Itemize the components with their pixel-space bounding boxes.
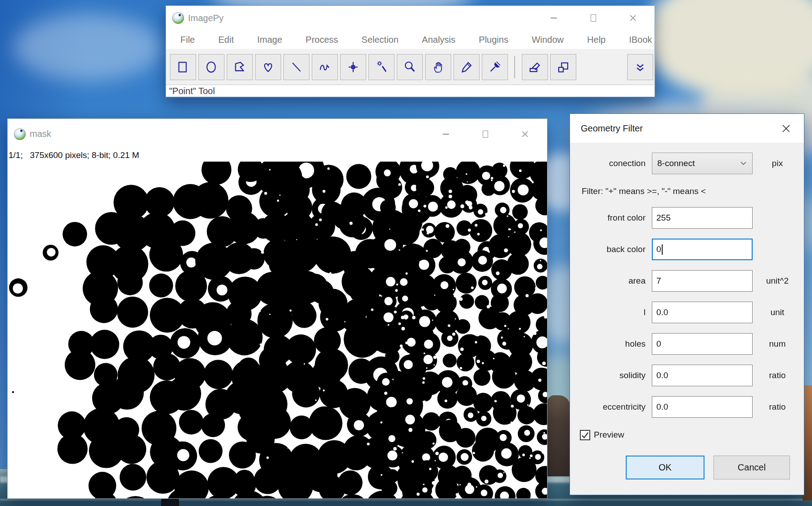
- menu-window[interactable]: Window: [520, 35, 575, 45]
- input-value: 0: [656, 244, 661, 254]
- l-input[interactable]: 0.0: [652, 302, 753, 323]
- l-label: l: [574, 307, 652, 317]
- holes-input[interactable]: 0: [652, 333, 753, 355]
- conection-row: conection8-connectpix: [574, 153, 799, 174]
- preview-row: Preview: [580, 429, 804, 441]
- solidity-input[interactable]: 0.0: [652, 365, 753, 386]
- desktop: ImagePy FileEditImageProcessSelectionAna…: [0, 0, 812, 506]
- close-button[interactable]: [623, 10, 643, 26]
- curve-tool-button[interactable]: [312, 54, 338, 80]
- maximize-icon: [483, 131, 488, 138]
- maximize-button[interactable]: [583, 10, 603, 26]
- dialog-title: Geometry Filter: [581, 123, 643, 134]
- hand-icon: [431, 60, 445, 74]
- magnifier-icon: [403, 60, 417, 74]
- maximize-button[interactable]: [476, 126, 495, 142]
- menu-image[interactable]: Image: [246, 35, 294, 45]
- close-icon: [782, 124, 790, 133]
- cliff-rock: [547, 395, 570, 476]
- polygon-select-icon: [233, 60, 247, 74]
- input-value: 0.0: [656, 370, 668, 380]
- unit-label: unit: [756, 307, 799, 317]
- mask-titlebar[interactable]: mask: [8, 119, 547, 149]
- ellipse-select-tool-button[interactable]: [198, 54, 224, 80]
- menu-bar: FileEditImageProcessSelectionAnalysisPlu…: [166, 30, 655, 50]
- close-icon: [521, 131, 529, 138]
- dialog-titlebar[interactable]: Geometry Filter: [570, 114, 804, 143]
- imagepy-window-title: ImagePy: [188, 13, 224, 23]
- status-text: "Point" Tool: [169, 86, 215, 96]
- minimize-button[interactable]: [544, 10, 564, 26]
- dialog-close-button[interactable]: [777, 114, 795, 143]
- pencil-tool-button[interactable]: [453, 54, 480, 80]
- sea-foam: [0, 499, 812, 501]
- input-value: 0.0: [656, 307, 668, 317]
- curve-icon: [318, 60, 332, 74]
- cloud: [13, 14, 162, 81]
- polygon-select-tool-button[interactable]: [227, 54, 253, 80]
- magnifier-tool-button[interactable]: [397, 54, 423, 80]
- flatten-tool-button[interactable]: [522, 54, 548, 80]
- chevron-down-icon: [740, 162, 746, 165]
- mask-content: 1/1; 375x600 pixels; 8-bit; 0.21 M: [8, 149, 547, 498]
- ellipse-select-icon: [205, 60, 218, 74]
- solidity-row: solidity0.0ratio: [574, 365, 799, 386]
- window-overlap-tool-button[interactable]: [550, 54, 576, 80]
- menu-analysis[interactable]: Analysis: [410, 35, 467, 45]
- eccentricity-label: eccentricity: [574, 402, 652, 412]
- line-tool-button[interactable]: [283, 54, 310, 80]
- front-color-input[interactable]: 255: [652, 207, 753, 229]
- unit-label: unit^2: [756, 276, 799, 286]
- point-tool-button[interactable]: [340, 54, 366, 80]
- imagepy-window-controls: [544, 6, 643, 30]
- mask-window: mask 1/1; 375x600 pixels; 8-bit; 0.21 M: [7, 118, 547, 499]
- point-icon: [346, 60, 360, 74]
- menu-plugins[interactable]: Plugins: [467, 35, 520, 45]
- mask-image[interactable]: [8, 162, 547, 498]
- menu-help[interactable]: Help: [575, 35, 617, 45]
- mask-window-controls: [436, 119, 535, 149]
- checkmark-icon: [581, 431, 589, 439]
- preview-checkbox[interactable]: [580, 430, 590, 440]
- back-color-label: back color: [574, 244, 652, 254]
- image-info-line: 1/1; 375x600 pixels; 8-bit; 0.21 M: [9, 149, 139, 162]
- magic-wand-tool-button[interactable]: [368, 54, 395, 80]
- color-picker-icon: [488, 60, 502, 74]
- holes-row: holes0num: [574, 333, 799, 355]
- menu-process[interactable]: Process: [294, 35, 350, 45]
- menu-edit[interactable]: Edit: [206, 35, 245, 45]
- area-input[interactable]: 7: [652, 270, 753, 292]
- back-color-input[interactable]: 0: [652, 239, 753, 260]
- front-color-row: front color255: [574, 207, 799, 229]
- imagepy-titlebar[interactable]: ImagePy: [166, 6, 655, 30]
- unit-label: ratio: [756, 402, 799, 412]
- line-icon: [290, 60, 303, 74]
- eccentricity-row: eccentricity0.0ratio: [574, 396, 799, 418]
- eccentricity-input[interactable]: 0.0: [652, 396, 753, 418]
- flatten-icon: [528, 60, 542, 74]
- minimize-icon: [551, 18, 557, 18]
- minimize-button[interactable]: [436, 126, 456, 142]
- magic-wand-icon: [375, 60, 388, 74]
- solidity-label: solidity: [574, 370, 652, 380]
- more-tools-tool-button[interactable]: [627, 54, 653, 80]
- color-picker-tool-button[interactable]: [482, 54, 508, 80]
- input-value: 255: [656, 213, 671, 223]
- unit-label: ratio: [756, 370, 799, 380]
- rectangle-select-tool-button[interactable]: [170, 54, 196, 80]
- menu-file[interactable]: File: [169, 35, 206, 45]
- freehand-select-tool-button[interactable]: [255, 54, 281, 80]
- menu-selection[interactable]: Selection: [350, 35, 410, 45]
- area-label: area: [574, 276, 652, 286]
- rectangle-select-icon: [176, 60, 190, 74]
- freehand-select-icon: [261, 60, 275, 74]
- hand-tool-button[interactable]: [425, 54, 451, 80]
- conection-label: conection: [574, 158, 652, 168]
- menu-ibook[interactable]: IBook: [617, 35, 664, 45]
- back-color-row: back color0: [574, 239, 799, 260]
- maximize-icon: [591, 14, 596, 22]
- cancel-button[interactable]: Cancel: [713, 456, 790, 479]
- conection-dropdown[interactable]: 8-connect: [652, 153, 753, 174]
- close-button[interactable]: [515, 126, 535, 142]
- ok-button[interactable]: OK: [626, 456, 704, 479]
